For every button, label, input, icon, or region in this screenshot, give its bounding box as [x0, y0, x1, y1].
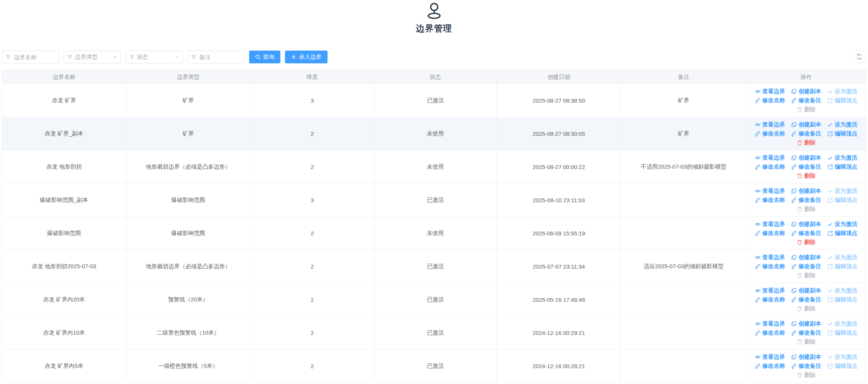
cell-created: 2024-12-16 00:29:21 [497, 316, 621, 350]
add-boundary-button-label: 录入边界 [299, 54, 321, 61]
pen-icon [791, 164, 797, 170]
copy-action[interactable]: 创建副本 [791, 121, 821, 128]
view-action[interactable]: 查看边界 [755, 221, 785, 228]
copy-action[interactable]: 创建副本 [791, 221, 821, 228]
rename-action[interactable]: 修改名称 [755, 230, 785, 237]
pen-icon [791, 297, 797, 303]
copy-action[interactable]: 创建副本 [791, 154, 821, 161]
check-icon [827, 89, 833, 94]
eye-icon [755, 221, 761, 227]
copy-icon [791, 354, 797, 360]
edit-square-icon [827, 164, 833, 170]
cell-type: 二级黄色预警线（10米） [126, 316, 250, 350]
remark-action[interactable]: 修改备注 [791, 163, 821, 170]
refresh-button[interactable] [852, 50, 866, 63]
remark-action[interactable]: 修改备注 [791, 230, 821, 237]
view-action[interactable]: 查看边界 [755, 121, 785, 128]
remark-action[interactable]: 修改备注 [791, 97, 821, 104]
rename-action[interactable]: 修改名称 [755, 197, 785, 204]
cell-type: 地形裁切边界（必须是凸多边形） [126, 151, 250, 184]
edit-square-icon [827, 230, 833, 236]
activate-action[interactable]: 设为激活 [827, 121, 857, 128]
check-icon [827, 354, 833, 360]
rename-action[interactable]: 修改名称 [755, 296, 785, 303]
vertices-action: 编辑顶点 [827, 97, 857, 104]
activate-action[interactable]: 设为激活 [827, 154, 857, 161]
copy-action[interactable]: 创建副本 [791, 353, 821, 361]
rename-action[interactable]: 修改名称 [755, 97, 785, 104]
cell-remark [621, 283, 746, 316]
copy-icon [791, 288, 797, 293]
edit-square-icon [827, 98, 833, 103]
cell-actions: 查看边界创建副本设为激活修改名称修改备注编辑顶点删除 [746, 84, 866, 117]
remark-action[interactable]: 修改备注 [791, 263, 821, 270]
eye-icon [755, 89, 761, 94]
pen-icon [755, 98, 761, 103]
status-select[interactable]: 状态 [126, 51, 183, 63]
trash-icon [797, 107, 802, 112]
activate-action[interactable]: 设为激活 [827, 221, 857, 228]
view-action[interactable]: 查看边界 [755, 187, 785, 195]
view-action[interactable]: 查看边界 [755, 254, 785, 261]
rename-action[interactable]: 修改名称 [755, 163, 785, 170]
vertices-action[interactable]: 编辑顶点 [827, 130, 857, 137]
table-row: 赤龙 矿界矿界3已激活2025-08-27 08:38:50矿界查看边界创建副本… [2, 84, 866, 117]
rename-action[interactable]: 修改名称 [755, 362, 785, 370]
delete-action: 删除 [797, 338, 816, 346]
query-button[interactable]: 查询 [249, 51, 280, 63]
add-boundary-button[interactable]: 录入边界 [285, 51, 328, 63]
pen-icon [755, 264, 761, 269]
remark-action[interactable]: 修改备注 [791, 296, 821, 303]
cell-actions: 查看边界创建副本设为激活修改名称修改备注编辑顶点删除 [746, 316, 866, 350]
rename-action[interactable]: 修改名称 [755, 263, 785, 270]
cell-created: 2024-12-16 00:28:21 [497, 350, 621, 383]
boundary-name-filter [2, 51, 59, 63]
remark-input[interactable] [199, 54, 241, 61]
copy-action[interactable]: 创建副本 [791, 187, 821, 195]
copy-action[interactable]: 创建副本 [791, 287, 821, 294]
pen-icon [755, 230, 761, 236]
boundary-name-input[interactable] [13, 54, 55, 61]
remark-action[interactable]: 修改备注 [791, 329, 821, 336]
table-row: 赤龙 矿界内20米预警线（20米）2已激活2025-05-16 17:48:46… [2, 283, 866, 316]
cell-actions: 查看边界创建副本设为激活修改名称修改备注编辑顶点删除 [746, 250, 866, 283]
delete-action[interactable]: 删除 [797, 239, 816, 246]
vertices-action[interactable]: 编辑顶点 [827, 163, 857, 170]
activate-action: 设为激活 [827, 187, 857, 195]
remark-action[interactable]: 修改备注 [791, 197, 821, 204]
cell-dim: 2 [250, 117, 374, 151]
rename-action[interactable]: 修改名称 [755, 130, 785, 137]
delete-action[interactable]: 删除 [797, 139, 816, 146]
view-action[interactable]: 查看边界 [755, 320, 785, 327]
vertices-action[interactable]: 编辑顶点 [827, 230, 857, 237]
copy-action[interactable]: 创建副本 [791, 88, 821, 95]
view-action[interactable]: 查看边界 [755, 88, 785, 95]
cell-type: 一级橙色预警线（5米） [126, 350, 250, 383]
copy-icon [791, 221, 797, 227]
vertices-action: 编辑顶点 [827, 296, 857, 303]
delete-action[interactable]: 删除 [797, 172, 816, 180]
remark-action[interactable]: 修改备注 [791, 130, 821, 137]
vertices-action: 编辑顶点 [827, 362, 857, 370]
column-header-4: 创建日期 [497, 70, 621, 84]
boundary-type-select[interactable]: 边界类型 [64, 51, 121, 63]
cell-type: 预警线（20米） [126, 283, 250, 316]
cell-dim: 3 [250, 84, 374, 117]
cell-actions: 查看边界创建副本设为激活修改名称修改备注编辑顶点删除 [746, 217, 866, 250]
cell-remark [621, 316, 746, 350]
eye-icon [755, 155, 761, 161]
view-action[interactable]: 查看边界 [755, 154, 785, 161]
eye-icon [755, 321, 761, 327]
remark-action[interactable]: 修改备注 [791, 362, 821, 370]
cell-type: 地形裁切边界（必须是凸多边形） [126, 250, 250, 283]
view-action[interactable]: 查看边界 [755, 287, 785, 294]
rename-action[interactable]: 修改名称 [755, 329, 785, 336]
eye-icon [755, 255, 761, 260]
trash-icon [797, 339, 802, 345]
column-header-3: 状态 [374, 70, 496, 84]
copy-action[interactable]: 创建副本 [791, 254, 821, 261]
copy-action[interactable]: 创建副本 [791, 320, 821, 327]
vertices-action: 编辑顶点 [827, 263, 857, 270]
view-action[interactable]: 查看边界 [755, 353, 785, 361]
pen-icon [791, 330, 797, 336]
